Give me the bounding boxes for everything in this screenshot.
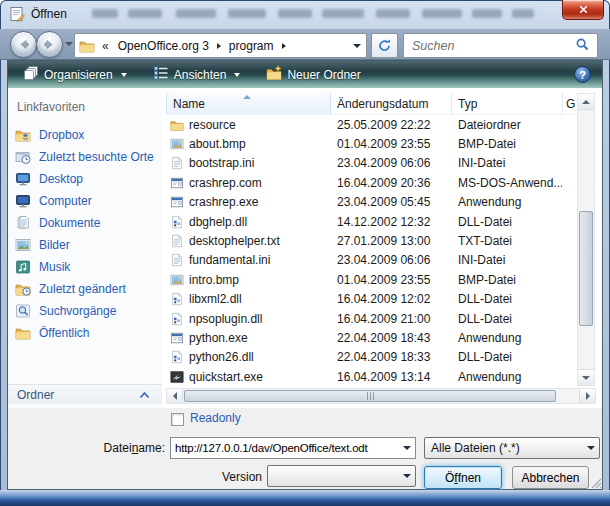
folders-expander[interactable]: Ordner — [8, 384, 162, 404]
address-dropdown-button[interactable] — [348, 34, 366, 57]
scroll-down-button[interactable] — [578, 369, 594, 385]
sidebar-item-searches[interactable]: Suchvorgänge — [8, 300, 162, 322]
file-row[interactable]: dbghelp.dll14.12.2002 12:32DLL-Datei — [166, 212, 577, 231]
filename-dropdown-button[interactable] — [398, 438, 415, 458]
file-name: libxml2.dll — [184, 292, 331, 306]
file-date: 16.04.2009 20:36 — [331, 176, 452, 190]
sidebar-item-recent-places[interactable]: Zuletzt besuchte Orte — [8, 146, 162, 168]
help-button[interactable]: ? — [574, 66, 591, 83]
file-row[interactable]: fundamental.ini23.04.2009 06:06INI-Datei — [166, 251, 577, 270]
breadcrumb-separator-icon[interactable] — [217, 43, 221, 49]
forward-button[interactable] — [36, 31, 63, 58]
views-button[interactable]: Ansichten — [146, 62, 248, 87]
quickstart-file-icon — [170, 370, 184, 384]
file-row[interactable]: intro.bmp01.04.2009 23:55BMP-Datei — [166, 270, 577, 289]
sidebar-item-label: Dropbox — [39, 128, 84, 142]
file-row[interactable]: npsoplugin.dll16.04.2009 21:00DLL-Datei — [166, 309, 577, 328]
file-row[interactable]: python26.dll22.04.2009 18:33DLL-Datei — [166, 348, 577, 367]
sidebar-item-desktop[interactable]: Desktop — [8, 168, 162, 190]
sidebar-item-computer[interactable]: Computer — [8, 190, 162, 212]
back-button[interactable] — [10, 31, 37, 58]
filetype-dropdown-button[interactable] — [582, 438, 599, 458]
file-row[interactable]: quickstart.exe16.04.2009 13:14Anwendung — [166, 367, 577, 386]
title-bar[interactable]: Öffnen — [0, 0, 610, 29]
file-name: python.exe — [184, 331, 331, 345]
breadcrumb-overflow[interactable]: « — [95, 39, 112, 53]
arrow-down-icon — [582, 376, 590, 380]
forward-arrow-icon — [42, 37, 57, 52]
readonly-checkbox[interactable] — [171, 413, 184, 426]
horizontal-scrollbar-thumb[interactable] — [184, 390, 556, 402]
back-arrow-icon — [16, 37, 31, 52]
close-icon — [578, 4, 589, 15]
file-date: 23.04.2009 05:45 — [331, 195, 452, 209]
file-row[interactable]: desktophelper.txt27.01.2009 13:00TXT-Dat… — [166, 231, 577, 250]
resize-grip[interactable] — [590, 477, 602, 489]
column-size-label: G — [566, 97, 575, 111]
dll-file-icon — [170, 312, 184, 326]
dll-file-icon — [170, 292, 184, 306]
organize-button[interactable]: Organisieren — [16, 62, 134, 87]
version-dropdown-button[interactable] — [398, 466, 415, 486]
sidebar-item-music[interactable]: Musik — [8, 256, 162, 278]
column-header-size[interactable]: G — [563, 93, 577, 114]
file-type: INI-Datei — [452, 156, 562, 170]
open-button[interactable]: Öffnen — [424, 466, 502, 489]
pictures-icon — [15, 237, 31, 253]
sidebar-item-public[interactable]: Öffentlich — [8, 322, 162, 344]
file-row[interactable]: python.exe22.04.2009 18:43Anwendung — [166, 328, 577, 347]
breadcrumb-openoffice[interactable]: OpenOffice.org 3 — [112, 39, 215, 53]
file-date: 16.04.2009 13:14 — [331, 370, 452, 384]
dll-file-icon — [170, 215, 184, 229]
file-row[interactable]: resource25.05.2009 22:22Dateiordner — [166, 115, 577, 134]
breadcrumb-program[interactable]: program — [223, 39, 280, 53]
filetype-dropdown[interactable]: Alle Dateien (*.*) — [424, 437, 600, 459]
sidebar-item-pictures[interactable]: Bilder — [8, 234, 162, 256]
file-type: Dateiordner — [452, 118, 562, 132]
recently-changed-icon — [15, 281, 31, 297]
breadcrumb-separator-icon[interactable] — [282, 43, 286, 49]
search-icon[interactable] — [575, 37, 591, 55]
refresh-button[interactable] — [371, 33, 398, 58]
sidebar-item-documents[interactable]: Dokumente — [8, 212, 162, 234]
column-date-label: Änderungsdatum — [337, 97, 428, 111]
vertical-scrollbar-thumb[interactable] — [579, 211, 593, 326]
help-label: ? — [579, 69, 586, 81]
horizontal-scrollbar[interactable] — [166, 388, 596, 404]
column-header-date[interactable]: Änderungsdatum — [331, 93, 452, 114]
file-row[interactable]: crashrep.com16.04.2009 20:36MS-DOS-Anwen… — [166, 173, 577, 192]
recent-pages-dropdown[interactable] — [65, 42, 73, 46]
new-folder-button[interactable]: Neuer Ordner — [259, 62, 367, 87]
filename-input[interactable] — [171, 441, 398, 455]
scroll-left-button[interactable] — [167, 389, 183, 403]
vertical-scrollbar[interactable] — [577, 93, 595, 386]
readonly-label[interactable]: Readonly — [190, 411, 241, 425]
column-type-label: Typ — [458, 97, 477, 111]
organize-label: Organisieren — [44, 68, 113, 82]
scroll-right-button[interactable] — [579, 389, 595, 403]
cancel-button[interactable]: Abbrechen — [512, 466, 589, 489]
column-name-label: Name — [173, 97, 205, 111]
file-date: 23.04.2009 06:06 — [331, 253, 452, 267]
file-row[interactable]: crashrep.exe23.04.2009 05:45Anwendung — [166, 193, 577, 212]
column-header-type[interactable]: Typ — [452, 93, 563, 114]
search-input[interactable] — [404, 38, 575, 54]
close-button[interactable] — [562, 0, 604, 20]
sidebar-item-dropbox[interactable]: Dropbox — [8, 124, 162, 146]
sidebar-item-label: Suchvorgänge — [39, 304, 116, 318]
column-header-name[interactable]: Name — [166, 93, 331, 114]
window-bottom-frame — [0, 490, 610, 506]
file-row[interactable]: libxml2.dll16.04.2009 12:02DLL-Datei — [166, 290, 577, 309]
file-row[interactable]: about.bmp01.04.2009 23:55BMP-Datei — [166, 134, 577, 153]
chevron-down-icon — [403, 474, 411, 478]
file-name: python26.dll — [184, 350, 331, 364]
version-dropdown[interactable] — [267, 465, 416, 487]
favorites-sidebar: Linkfavoriten DropboxZuletzt besuchte Or… — [8, 88, 162, 408]
file-name: bootstrap.ini — [184, 156, 331, 170]
sidebar-item-recently-changed[interactable]: Zuletzt geändert — [8, 278, 162, 300]
file-date: 25.05.2009 22:22 — [331, 118, 452, 132]
views-label: Ansichten — [174, 68, 227, 82]
current-folder-icon[interactable] — [79, 38, 95, 54]
scroll-up-button[interactable] — [578, 94, 594, 110]
file-row[interactable]: bootstrap.ini23.04.2009 06:06INI-Datei — [166, 154, 577, 173]
